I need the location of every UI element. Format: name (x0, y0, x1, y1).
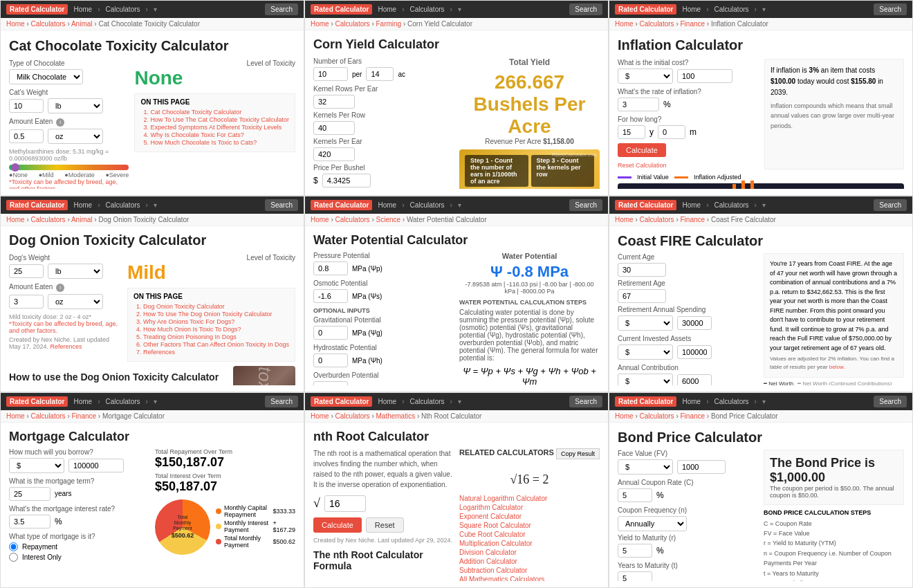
nth-rel-5[interactable]: Cube Root Calculator (459, 531, 600, 538)
cat-type-select[interactable]: Milk Chocolate (9, 69, 83, 84)
nth-nav-home[interactable]: Home (378, 398, 396, 405)
dog-weight-input[interactable] (9, 264, 44, 278)
bond-nav-home[interactable]: Home (682, 398, 701, 405)
corn-kernels-row-input[interactable] (313, 121, 355, 135)
mort-bread-calc[interactable]: Calculators (31, 412, 66, 420)
inf-bread-finance[interactable]: Finance (681, 20, 706, 28)
water-nav-calc[interactable]: Calculators (410, 201, 445, 209)
cat-weight-input[interactable] (9, 99, 44, 113)
dog-nav-home[interactable]: Home (73, 201, 92, 209)
bond-nav-calc[interactable]: Calculators (714, 398, 749, 405)
dog-amount-info[interactable]: i (56, 284, 64, 292)
inf-years-input[interactable] (618, 125, 645, 139)
fire-spend-currency[interactable]: $ (618, 315, 673, 331)
inflation-search-button[interactable]: Search (874, 3, 907, 15)
cat-slider-bar[interactable] (9, 165, 129, 170)
cat-amount-input[interactable] (9, 129, 44, 143)
mortgage-nav-calc[interactable]: Calculators (106, 398, 140, 405)
nth-rel-8[interactable]: Addition Calculator (459, 558, 600, 565)
bond-bread-calc[interactable]: Calculators (640, 412, 674, 420)
nth-rel-9[interactable]: Subtraction Calculator (459, 567, 600, 574)
fire-bread-finance[interactable]: Finance (681, 216, 706, 223)
corn-bread-home[interactable]: Home (311, 20, 329, 28)
water-osmotic-input[interactable] (313, 289, 348, 303)
nth-calc-button[interactable]: Calculate (313, 517, 362, 533)
fire-ret-input[interactable] (618, 289, 666, 303)
nth-bread-math[interactable]: Mathematics (376, 412, 416, 420)
bond-face-input[interactable] (677, 460, 726, 474)
cat-nav-calc[interactable]: Calculators (106, 6, 140, 13)
nth-rel-1[interactable]: Natural Logarithm Calculator (459, 495, 600, 502)
fire-age-input[interactable] (618, 263, 666, 277)
dog-otp-2[interactable]: How To Use The Dog Onion Toxicity Calcul… (143, 311, 289, 318)
dog-bread-home[interactable]: Home (6, 216, 25, 223)
cat-bread-calc[interactable]: Calculators (31, 20, 66, 28)
water-hydrostatic-input[interactable] (313, 353, 348, 367)
nth-rel-10[interactable]: All Mathematics Calculators (459, 576, 600, 581)
nth-bread-home[interactable]: Home (311, 412, 329, 420)
inf-months-input[interactable] (658, 125, 685, 139)
corn-per-input[interactable] (366, 67, 394, 81)
inf-rate-input[interactable] (618, 98, 659, 111)
corn-nav-home[interactable]: Home (378, 6, 396, 13)
water-pressure-input[interactable] (313, 261, 348, 275)
mort-bread-home[interactable]: Home (6, 412, 25, 420)
cat-bread-animal[interactable]: Animal (71, 20, 93, 28)
mort-borrow-input[interactable] (68, 459, 124, 472)
inf-calc-button[interactable]: Calculate (618, 143, 666, 157)
cat-nav-home[interactable]: Home (73, 6, 92, 13)
mort-bread-finance[interactable]: Finance (72, 412, 97, 420)
water-overburden-input[interactable] (313, 381, 348, 385)
fire-invested-input[interactable] (677, 345, 712, 359)
dog-bread-animal[interactable]: Animal (71, 216, 93, 223)
dog-nav-calc[interactable]: Calculators (106, 201, 140, 209)
bond-ytm-input[interactable] (618, 544, 652, 558)
bond-years-input[interactable] (618, 571, 652, 581)
fire-spending-input[interactable] (677, 316, 712, 330)
dog-bread-calc[interactable]: Calculators (31, 216, 66, 223)
corn-kernels-ear-input[interactable] (313, 147, 355, 161)
mort-rate-input[interactable] (9, 515, 50, 529)
corn-price-input[interactable] (322, 174, 371, 187)
nth-rel-7[interactable]: Division Calculator (459, 549, 600, 556)
dog-otp-5[interactable]: Treating Onion Poisoning In Dogs (143, 333, 289, 340)
cat-weight-unit[interactable]: lb (48, 98, 103, 113)
corn-ears-input[interactable] (313, 67, 348, 81)
nth-copy-button[interactable]: Copy Result (556, 448, 600, 459)
cat-otp-5[interactable]: How Much Chocolate Is Toxic to Cats? (150, 139, 289, 146)
corn-nav-calc[interactable]: Calculators (410, 6, 445, 13)
fire-table-link[interactable]: below. (829, 364, 845, 370)
water-bread-home[interactable]: Home (311, 216, 329, 223)
dog-weight-unit[interactable]: lb (48, 264, 103, 279)
bond-bread-finance[interactable]: Finance (681, 412, 706, 420)
fire-bread-home[interactable]: Home (615, 216, 634, 223)
dog-ref-link[interactable]: References (50, 343, 82, 350)
nth-rel-6[interactable]: Multiplication Calculator (459, 540, 600, 547)
dog-amount-input[interactable] (9, 295, 44, 309)
cat-amount-unit[interactable]: oz (48, 129, 103, 144)
dog-search-button[interactable]: Search (265, 199, 298, 211)
fire-contrib-currency[interactable]: $ (618, 374, 673, 385)
mort-interest-radio[interactable] (9, 553, 18, 562)
nth-bread-calc[interactable]: Calculators (335, 412, 370, 420)
cat-otp-3[interactable]: Expected Symptoms At Different Toxicity … (150, 124, 289, 131)
bond-face-currency[interactable]: $ (618, 459, 673, 475)
cat-search-button[interactable]: Search (265, 3, 298, 15)
inf-reset-button[interactable]: Reset Calculation (618, 162, 667, 169)
cat-otp-4[interactable]: Why Is Chocolate Toxic For Cats? (150, 131, 289, 138)
mort-repayment-radio[interactable] (9, 542, 18, 551)
water-search-button[interactable]: Search (569, 199, 602, 211)
bond-search-button[interactable]: Search (874, 396, 907, 407)
fire-contrib-input[interactable] (677, 374, 712, 385)
dog-warn-link[interactable]: breed, age, and other factors. (9, 320, 118, 334)
nth-search-button[interactable]: Search (569, 396, 602, 407)
inf-currency-select[interactable]: $ (618, 68, 673, 84)
fire-bread-calc[interactable]: Calculators (640, 216, 674, 223)
inf-initial-input[interactable] (677, 69, 732, 83)
nth-nav-calc[interactable]: Calculators (410, 398, 445, 405)
inf-bread-calc[interactable]: Calculators (640, 20, 674, 28)
fire-invested-currency[interactable]: $ (618, 344, 673, 360)
cat-otp-2[interactable]: How To Use The Cat Chocolate Toxicity Ca… (150, 116, 289, 123)
inf-bread-home[interactable]: Home (615, 20, 634, 28)
fire-search-button[interactable]: Search (874, 199, 907, 211)
